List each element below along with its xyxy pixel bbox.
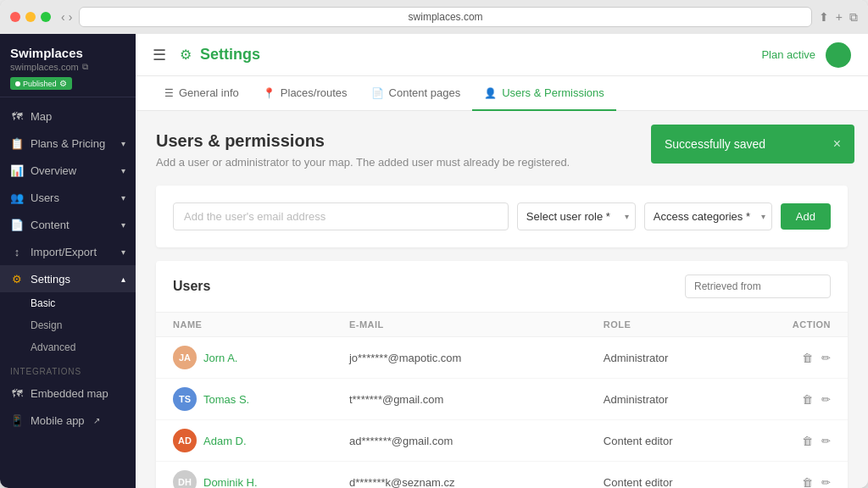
traffic-lights	[10, 12, 51, 22]
sidebar-item-overview[interactable]: 📊 Overview ▾	[0, 157, 136, 184]
sidebar-item-embedded-map[interactable]: 🗺 Embedded map	[0, 380, 136, 407]
col-name: Name	[156, 313, 332, 337]
add-tab-icon[interactable]: +	[836, 10, 843, 25]
user-role-cell: Administrator	[587, 379, 740, 420]
published-badge: Published ⚙	[10, 77, 72, 90]
tab-users-permissions[interactable]: 👤 Users & Permissions	[472, 76, 616, 111]
col-action: Action	[740, 313, 848, 337]
sidebar-item-import-export[interactable]: ↕ Import/Export ▾	[0, 238, 136, 265]
sidebar-sub-item-design[interactable]: Design	[0, 314, 136, 336]
delete-button[interactable]: 🗑	[802, 352, 813, 364]
content-pages-icon: 📄	[371, 87, 384, 99]
share-icon[interactable]: ⬆	[819, 10, 829, 25]
avatar: JA	[173, 346, 197, 369]
delete-button[interactable]: 🗑	[802, 435, 813, 447]
sidebar-item-plans[interactable]: 📋 Plans & Pricing ▾	[0, 130, 136, 157]
user-name-link[interactable]: AD Adam D.	[173, 429, 315, 452]
sidebar-item-mobile-app[interactable]: 📱 Mobile app ↗	[0, 407, 136, 434]
table-row: JA Jorn A. jo*******@mapotic.com Adminis…	[156, 337, 848, 379]
sidebar-item-settings[interactable]: ⚙ Settings ▴	[0, 265, 136, 292]
user-name-link[interactable]: JA Jorn A.	[173, 346, 315, 369]
settings-icon: ⚙	[10, 272, 24, 286]
tabs-bar: ☰ General info 📍 Places/routes 📄 Content…	[136, 76, 868, 111]
plans-icon: 📋	[10, 136, 24, 150]
user-name-link[interactable]: DH Dominik H.	[173, 470, 315, 488]
access-categories-select[interactable]: Access categories *	[644, 202, 772, 230]
sidebar-item-label: Users	[31, 191, 59, 204]
topbar-right: Plan active	[761, 42, 851, 68]
delete-button[interactable]: 🗑	[802, 476, 813, 489]
settings-gear-icon[interactable]: ⚙	[59, 79, 67, 88]
toast-close-button[interactable]: ×	[833, 136, 841, 152]
tab-general[interactable]: ☰ General info	[153, 76, 251, 111]
access-select-wrapper: Access categories *	[644, 202, 772, 230]
tab-places[interactable]: 📍 Places/routes	[251, 76, 359, 111]
sidebar-item-content[interactable]: 📄 Content ▾	[0, 211, 136, 238]
user-role-cell: Content editor	[587, 420, 740, 462]
sidebar-item-label: Map	[31, 110, 52, 123]
table-row: AD Adam D. ad*******@gmail.com Content e…	[156, 420, 848, 462]
user-name-link[interactable]: TS Tomas S.	[173, 387, 315, 411]
content-icon: 📄	[10, 218, 24, 231]
address-bar[interactable]: swimplaces.com	[79, 7, 811, 27]
add-button[interactable]: Add	[781, 203, 831, 230]
users-title: Users	[173, 279, 210, 294]
email-input[interactable]	[173, 202, 509, 230]
edit-button[interactable]: ✏	[821, 352, 831, 364]
avatar: TS	[173, 387, 197, 411]
chevron-down-icon: ▾	[121, 247, 125, 257]
back-button[interactable]: ‹	[61, 10, 65, 24]
user-name-cell: AD Adam D.	[156, 420, 332, 462]
forward-button[interactable]: ›	[69, 10, 73, 24]
embedded-map-icon: 🗺	[10, 386, 24, 400]
user-action-cell: 🗑 ✏	[740, 337, 848, 379]
tab-content[interactable]: 📄 Content pages	[359, 76, 473, 111]
user-role-cell: Content editor	[587, 462, 740, 489]
sidebar-sub-item-basic[interactable]: Basic	[0, 292, 136, 314]
overview-icon: 📊	[10, 164, 24, 177]
user-role-cell: Administrator	[587, 337, 740, 379]
menu-icon[interactable]: ☰	[153, 46, 166, 64]
user-avatar[interactable]	[826, 42, 851, 68]
sidebar-nav: 🗺 Map 📋 Plans & Pricing ▾ 📊 Overview ▾ 👥…	[0, 97, 136, 488]
copy-icon[interactable]: ⧉	[82, 62, 88, 72]
users-permissions-icon: 👤	[484, 87, 497, 99]
sidebar-domain: swimplaces.com ⧉	[10, 62, 125, 72]
chevron-up-icon: ▴	[121, 274, 125, 284]
sidebar-item-label: Overview	[31, 164, 76, 177]
role-select[interactable]: Select user role *	[517, 202, 636, 230]
external-link-icon: ↗	[93, 416, 100, 425]
fullscreen-button[interactable]	[41, 12, 51, 22]
chevron-down-icon: ▾	[121, 193, 125, 202]
add-user-form: Select user role * Access categories * A…	[156, 186, 848, 247]
sidebar-item-label: Mobile app	[31, 414, 85, 427]
delete-button[interactable]: 🗑	[802, 393, 813, 406]
user-email-cell: ad*******@gmail.com	[332, 420, 587, 462]
sidebar-sub-item-advanced[interactable]: Advanced	[0, 336, 136, 358]
action-buttons: 🗑 ✏	[757, 393, 831, 406]
table-row: DH Dominik H. d*******k@seznam.cz Conten…	[156, 462, 848, 489]
minimize-button[interactable]	[25, 12, 36, 22]
users-table-header: Users	[156, 261, 848, 312]
user-email-cell: t*******@gmail.com	[332, 379, 587, 420]
edit-button[interactable]: ✏	[821, 476, 831, 489]
page-title: Settings	[200, 46, 260, 64]
avatar: DH	[173, 470, 197, 488]
col-email: E-mail	[332, 313, 587, 337]
places-icon: 📍	[263, 87, 275, 99]
edit-button[interactable]: ✏	[821, 393, 831, 406]
sidebar-item-map[interactable]: 🗺 Map	[0, 103, 136, 130]
integrations-label: INTEGRATIONS	[0, 358, 136, 380]
tabs-icon[interactable]: ⧉	[849, 10, 858, 25]
chevron-down-icon: ▾	[121, 220, 125, 230]
plan-active-link[interactable]: Plan active	[761, 48, 815, 61]
col-role: Role	[587, 313, 740, 337]
user-action-cell: 🗑 ✏	[740, 420, 848, 462]
action-buttons: 🗑 ✏	[757, 476, 831, 489]
edit-button[interactable]: ✏	[821, 435, 831, 447]
sidebar-item-label: Plans & Pricing	[31, 137, 105, 150]
sidebar-item-label: Import/Export	[31, 246, 97, 258]
sidebar-item-users[interactable]: 👥 Users ▾	[0, 184, 136, 211]
close-button[interactable]	[10, 12, 20, 22]
retrieved-from-input[interactable]	[685, 274, 831, 298]
